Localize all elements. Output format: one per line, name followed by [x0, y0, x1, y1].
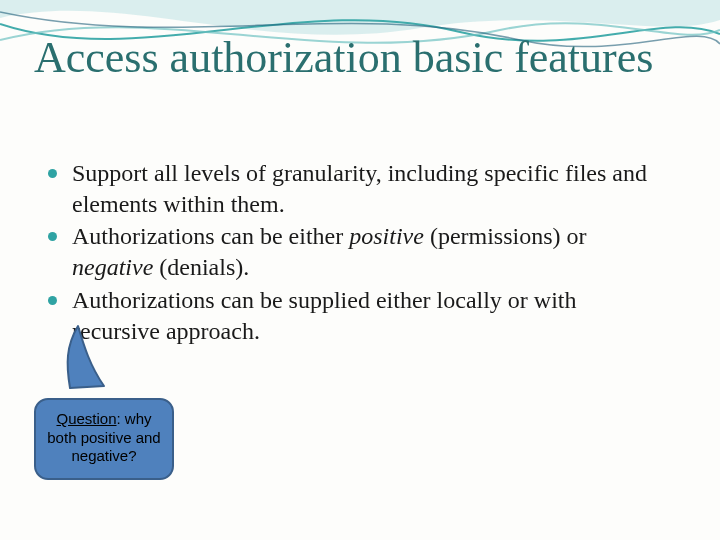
bullet-text: Support all levels of granularity, inclu… [72, 160, 647, 217]
bullet-em: positive [349, 223, 424, 249]
bullet-list: Support all levels of granularity, inclu… [44, 158, 670, 346]
bullet-item: Authorizations can be either positive (p… [44, 221, 670, 282]
slide: Access authorization basic features Supp… [0, 0, 720, 540]
bullet-text: Authorizations can be supplied either lo… [72, 287, 577, 344]
bullet-item: Authorizations can be supplied either lo… [44, 285, 670, 346]
callout-label: Question [56, 410, 116, 427]
bullet-item: Support all levels of granularity, inclu… [44, 158, 670, 219]
bullet-text: Authorizations can be either [72, 223, 349, 249]
callout-text: : why both positive and negative? [47, 410, 160, 465]
slide-body: Support all levels of granularity, inclu… [44, 158, 670, 348]
bullet-text: (permissions) or [424, 223, 587, 249]
bullet-em: negative [72, 254, 153, 280]
slide-title: Access authorization basic features [34, 34, 686, 82]
callout-bubble: Question: why both positive and negative… [34, 398, 174, 480]
question-callout: Question: why both positive and negative… [34, 370, 174, 480]
bullet-text: (denials). [153, 254, 249, 280]
